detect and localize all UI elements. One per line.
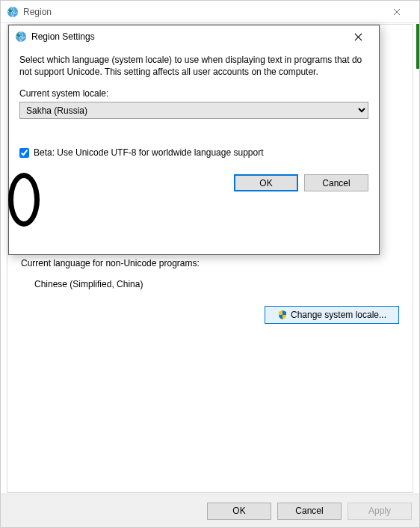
- globe-icon: [7, 6, 19, 18]
- parent-apply-button[interactable]: Apply: [348, 503, 412, 520]
- close-icon: [354, 33, 362, 41]
- modal-footer: OK Cancel: [9, 167, 379, 191]
- utf8-checkbox-label[interactable]: Beta: Use Unicode UTF-8 for worldwide la…: [34, 147, 264, 158]
- parent-cancel-button[interactable]: Cancel: [277, 503, 342, 520]
- modal-titlebar: Region Settings: [9, 25, 379, 48]
- utf8-checkbox-row: Beta: Use Unicode UTF-8 for worldwide la…: [19, 147, 368, 158]
- parent-title: Region: [23, 7, 380, 17]
- globe-icon: [15, 31, 27, 43]
- background-sliver: [416, 24, 419, 69]
- modal-close-button[interactable]: [343, 26, 373, 47]
- close-icon: [393, 8, 401, 16]
- modal-cancel-button[interactable]: Cancel: [304, 174, 368, 191]
- locale-label: Current system locale:: [19, 88, 368, 99]
- parent-titlebar: Region: [1, 1, 419, 23]
- parent-ok-button[interactable]: OK: [207, 503, 271, 520]
- utf8-checkbox[interactable]: [19, 148, 29, 158]
- change-system-locale-button[interactable]: Change system locale...: [265, 306, 399, 324]
- parent-close-button[interactable]: [380, 1, 413, 23]
- modal-body: Select which language (system locale) to…: [9, 48, 379, 167]
- modal-title: Region Settings: [31, 31, 343, 42]
- parent-footer: OK Cancel Apply: [1, 494, 419, 527]
- modal-description: Select which language (system locale) to…: [19, 54, 368, 78]
- system-locale-select[interactable]: Sakha (Russia): [19, 102, 368, 119]
- modal-ok-button[interactable]: OK: [234, 174, 298, 191]
- change-locale-label: Change system locale...: [291, 310, 386, 320]
- region-settings-dialog: Region Settings Select which language (s…: [8, 25, 380, 255]
- current-language-value: Chinese (Simplified, China): [34, 279, 399, 289]
- non-unicode-label: Current language for non-Unicode program…: [21, 258, 399, 268]
- shield-icon: [277, 310, 288, 320]
